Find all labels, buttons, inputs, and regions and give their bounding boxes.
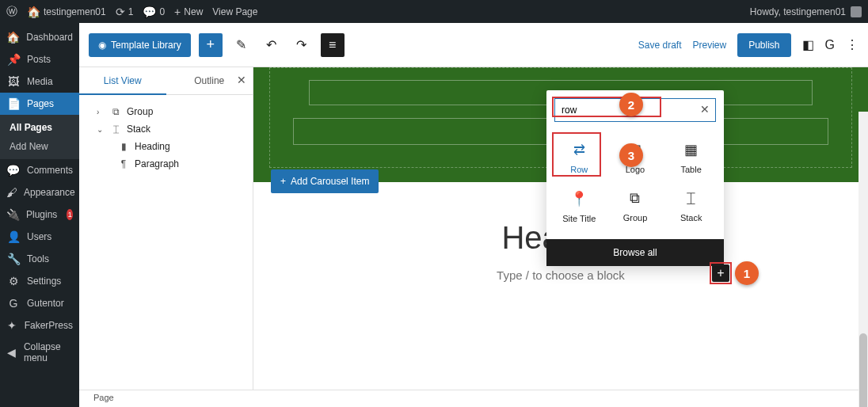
paragraph-placeholder[interactable]: Type / to choose a block — [253, 268, 868, 282]
list-view-toggle[interactable]: ≡ — [321, 33, 345, 57]
add-carousel-item-button[interactable]: +Add Carousel Item — [271, 169, 379, 193]
group-icon: ⧉ — [630, 190, 640, 207]
plus-icon: + — [206, 36, 215, 53]
redo-icon: ↷ — [296, 37, 306, 52]
editor-toolbar: ◉Template Library + ✎ ↶ ↷ ≡ Save draft P… — [79, 23, 868, 67]
updates-link[interactable]: ⟳1 — [116, 6, 134, 18]
undo-icon: ↶ — [266, 37, 276, 52]
menu-pages[interactable]: 📄Pages — [0, 93, 79, 115]
undo-button[interactable]: ↶ — [261, 34, 283, 56]
block-tree: ›⧉Group ⌄⌶Stack ▮Heading ¶Paragraph — [79, 95, 253, 181]
site-link[interactable]: 🏠testingemen01 — [27, 6, 106, 18]
menu-collapse[interactable]: ◀Collapse menu — [0, 337, 79, 368]
new-link[interactable]: +New — [174, 6, 203, 18]
block-option-row[interactable]: ⇄Row — [551, 133, 607, 182]
tab-list-view[interactable]: List View — [79, 67, 166, 94]
menu-settings[interactable]: ⚙Settings — [0, 270, 79, 292]
scrollbar-thumb[interactable] — [859, 333, 867, 407]
browse-all-button[interactable]: Browse all — [546, 239, 724, 266]
save-draft-button[interactable]: Save draft — [638, 40, 682, 51]
template-library-button[interactable]: ◉Template Library — [89, 33, 191, 57]
add-block-inline-button[interactable]: + — [712, 264, 729, 282]
redo-button[interactable]: ↷ — [291, 34, 313, 56]
heading-icon: ▮ — [117, 141, 130, 152]
wp-logo[interactable]: ⓦ — [6, 5, 17, 19]
preview-button[interactable]: Preview — [693, 40, 727, 51]
media-icon: 🖼 — [6, 75, 21, 88]
menu-appearance[interactable]: 🖌Appearance — [0, 181, 79, 204]
tree-group[interactable]: ›⧉Group — [86, 103, 246, 120]
submenu-add-new[interactable]: Add New — [0, 137, 79, 156]
home-icon: 🏠 — [27, 6, 40, 18]
close-icon: ✕ — [700, 103, 710, 116]
list-panel-tabs: List View Outline ✕ — [79, 67, 253, 95]
breadcrumb[interactable]: Page — [93, 393, 114, 402]
stack-icon: ⌶ — [109, 124, 122, 135]
gear-icon: ⚙ — [6, 275, 21, 287]
editor-canvas[interactable]: +Add Carousel Item Heading Type / to cho… — [253, 67, 868, 407]
row-icon: ⇄ — [573, 141, 585, 158]
chevron-down-icon: ⌄ — [97, 125, 105, 134]
tree-paragraph[interactable]: ¶Paragraph — [86, 155, 246, 173]
block-inserter-popup: ✕ ⇄Row ◧Logo ▦Table 📍Site Title ⧉Group ⌶… — [546, 90, 724, 266]
paragraph-icon: ¶ — [117, 158, 130, 169]
pin-icon: 📌 — [6, 53, 21, 66]
stack-icon: ⌶ — [687, 190, 695, 207]
clear-search-button[interactable]: ✕ — [700, 103, 710, 116]
close-panel-button[interactable]: ✕ — [237, 74, 246, 86]
block-editor: ◉Template Library + ✎ ↶ ↷ ≡ Save draft P… — [79, 23, 868, 407]
howdy-text[interactable]: Howdy, testingemen01 — [750, 6, 846, 17]
library-icon: ◉ — [98, 40, 106, 51]
list-view-panel: List View Outline ✕ ›⧉Group ⌄⌶Stack ▮Hea… — [79, 67, 253, 407]
view-page-label: View Page — [212, 6, 257, 17]
menu-fakerpress[interactable]: ✦FakerPress — [0, 314, 79, 337]
avatar[interactable] — [851, 6, 862, 17]
add-block-button[interactable]: + — [199, 33, 223, 57]
vertical-scrollbar[interactable] — [858, 112, 868, 407]
chevron-right-icon: › — [97, 108, 105, 116]
wp-admin-bar: ⓦ 🏠testingemen01 ⟳1 💬0 +New View Page Ho… — [0, 0, 868, 23]
tree-stack[interactable]: ⌄⌶Stack — [86, 120, 246, 138]
menu-posts[interactable]: 📌Posts — [0, 48, 79, 70]
menu-dashboard[interactable]: 🏠Dashboard — [0, 26, 79, 48]
collapse-icon: ◀ — [6, 346, 17, 359]
settings-panel-toggle[interactable]: ◧ — [802, 37, 814, 52]
publish-button[interactable]: Publish — [737, 33, 790, 57]
menu-gutentor[interactable]: GGutentor — [0, 292, 79, 314]
updates-count: 1 — [128, 6, 134, 17]
close-icon: ✕ — [237, 74, 246, 86]
more-options-button[interactable]: ⋮ — [846, 37, 858, 52]
new-label: New — [184, 6, 203, 17]
plus-icon: + — [280, 176, 286, 187]
callout-1: 1 — [735, 261, 759, 285]
edit-button[interactable]: ✎ — [230, 34, 253, 56]
menu-comments[interactable]: 💬Comments — [0, 159, 79, 181]
fakerpress-icon: ✦ — [6, 319, 18, 332]
menu-media[interactable]: 🖼Media — [0, 70, 79, 93]
plug-icon: 🔌 — [6, 208, 20, 221]
gutentor-toggle[interactable]: G — [825, 38, 835, 52]
tree-heading[interactable]: ▮Heading — [86, 138, 246, 155]
comments-link[interactable]: 💬0 — [143, 6, 165, 18]
plus-icon: + — [717, 266, 724, 280]
wordpress-icon: ⓦ — [6, 5, 17, 19]
callout-3: 3 — [619, 143, 643, 167]
user-icon: 👤 — [6, 230, 21, 243]
view-page-link[interactable]: View Page — [212, 6, 257, 17]
menu-tools[interactable]: 🔧Tools — [0, 248, 79, 270]
table-icon: ▦ — [684, 141, 698, 158]
page-icon: 📄 — [6, 97, 21, 110]
dashboard-icon: 🏠 — [6, 31, 20, 44]
block-option-group[interactable]: ⧉Group — [607, 182, 664, 231]
comment-icon: 💬 — [143, 6, 156, 18]
block-option-table[interactable]: ▦Table — [663, 133, 719, 182]
menu-users[interactable]: 👤Users — [0, 226, 79, 248]
submenu-all-pages[interactable]: All Pages — [0, 118, 79, 137]
comments-icon: 💬 — [6, 164, 21, 177]
menu-plugins[interactable]: 🔌Plugins1 — [0, 204, 79, 226]
block-option-stack[interactable]: ⌶Stack — [663, 182, 719, 231]
group-icon: ⧉ — [109, 106, 122, 117]
brush-icon: 🖌 — [6, 186, 17, 199]
submenu-pages: All Pages Add New — [0, 115, 79, 159]
block-option-site-title[interactable]: 📍Site Title — [551, 182, 607, 231]
